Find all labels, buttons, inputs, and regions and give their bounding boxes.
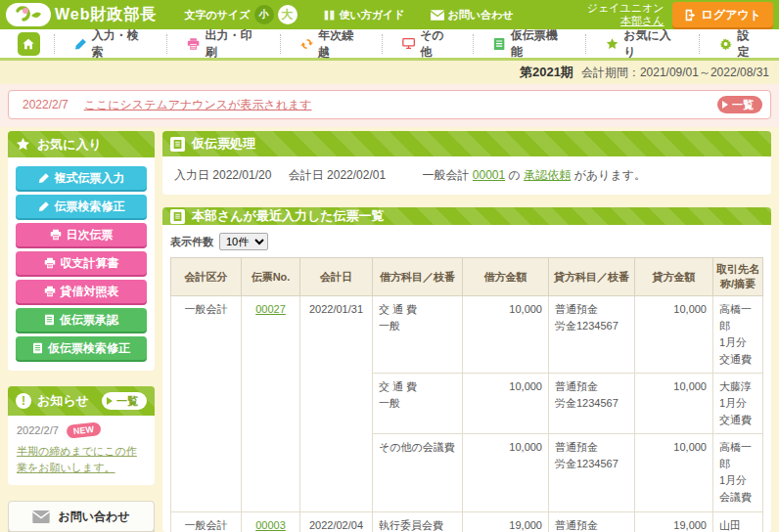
fav-button-karidenpyo-shonin[interactable]: 仮伝票承認 bbox=[16, 308, 147, 332]
font-small-button[interactable]: 小 bbox=[254, 5, 274, 24]
announcement-date: 2022/2/7 bbox=[23, 98, 69, 111]
printer-icon bbox=[187, 37, 200, 51]
document-icon bbox=[170, 209, 185, 224]
document-icon bbox=[170, 137, 185, 152]
printer-icon bbox=[44, 257, 56, 269]
page: Web財政部長 文字のサイズ 小 大 使い方ガイド お問い合わせ ジェイユニオン… bbox=[0, 0, 779, 532]
content-area: 仮伝票処理 入力日 2022/01/20 会計日 2022/02/01 一般会計… bbox=[162, 131, 771, 532]
count-select[interactable]: 10件 bbox=[219, 233, 268, 250]
slips-table: 会計区分 伝票No. 会計日 借方科目／枝番 借方金額 貸方科目／枝番 貸方金額… bbox=[170, 257, 763, 532]
arrow-icon bbox=[722, 101, 728, 109]
period-term: 第2021期 bbox=[520, 64, 573, 81]
star-icon bbox=[16, 137, 30, 152]
fav-button-nichiji-denpyo[interactable]: 日次伝票 bbox=[16, 223, 147, 246]
star-icon bbox=[606, 37, 619, 51]
slip-group-1: 一般会計 00027 2022/01/31 交 通 費一般 10,000 普通預… bbox=[171, 296, 763, 512]
home-icon bbox=[22, 37, 35, 51]
favorites-panel: お気に入り 複式伝票入力 伝票検索修正 日次伝票 bbox=[8, 131, 155, 371]
nav-item-output-print[interactable]: 出力・印刷 bbox=[166, 34, 280, 54]
input-date-label: 入力日 bbox=[174, 168, 209, 182]
pencil-icon bbox=[38, 172, 50, 184]
temp-slip-panel: 仮伝票処理 入力日 2022/01/20 会計日 2022/02/01 一般会計… bbox=[162, 131, 771, 195]
app-title: Web財政部長 bbox=[55, 5, 157, 25]
refresh-icon bbox=[300, 37, 313, 51]
mail-icon bbox=[32, 510, 50, 523]
nav-item-temp-slip[interactable]: 仮伝票機能 bbox=[473, 34, 585, 54]
fav-button-taishaku-taishohyo[interactable]: 貸借対照表 bbox=[16, 280, 147, 303]
fav-button-karidenpyo-kensaku-shusei[interactable]: 仮伝票検索修正 bbox=[16, 336, 147, 360]
nav-item-settings[interactable]: 設定 bbox=[699, 34, 779, 54]
logout-icon bbox=[684, 9, 697, 22]
guide-icon bbox=[323, 9, 336, 22]
guide-link[interactable]: 使い方ガイド bbox=[323, 8, 405, 22]
notice-date: 2022/2/7 bbox=[17, 424, 59, 436]
app-logo-icon bbox=[6, 3, 51, 26]
account-date-label: 会計日 bbox=[289, 168, 324, 182]
table-header-row: 会計区分 伝票No. 会計日 借方科目／枝番 借方金額 貸方科目／枝番 貸方金額… bbox=[171, 258, 763, 296]
recent-slips-body: 表示件数 10件 会計区分 伝票No. bbox=[162, 225, 771, 532]
recent-slips-header: 本部さんが最近入力した伝票一覧 bbox=[162, 207, 771, 225]
notices-list-button[interactable]: 一覧 bbox=[102, 392, 147, 410]
account-date-value: 2022/02/01 bbox=[327, 168, 386, 182]
period-range: 会計期間：2021/09/01～2022/08/31 bbox=[581, 65, 769, 81]
approval-request-link[interactable]: 承認依頼 bbox=[524, 168, 571, 182]
announcement-list-button[interactable]: 一覧 bbox=[717, 96, 762, 113]
slip-no-link[interactable]: 00001 bbox=[473, 168, 505, 182]
table-row: 一般会計 00003 2022/02/04 執行委員会費交通費 19,000 普… bbox=[171, 511, 763, 532]
contact-button[interactable]: お問い合わせ bbox=[8, 501, 155, 532]
font-large-button[interactable]: 大 bbox=[278, 5, 298, 24]
account-name: 一般会計 bbox=[423, 168, 470, 182]
nav-item-favorites[interactable]: お気に入り bbox=[585, 34, 699, 54]
pencil-icon bbox=[38, 200, 50, 212]
gear-icon bbox=[719, 37, 732, 51]
contact-link[interactable]: お問い合わせ bbox=[431, 8, 514, 22]
announcement-box: 2022/2/7 ここにシステムアナウンスが表示されます 一覧 bbox=[8, 90, 771, 119]
temp-slip-header: 仮伝票処理 bbox=[162, 131, 771, 156]
nav-item-others[interactable]: その他 bbox=[382, 34, 473, 54]
document-icon bbox=[44, 314, 55, 326]
table-row: 一般会計 00027 2022/01/31 交 通 費一般 10,000 普通預… bbox=[171, 296, 763, 374]
exclamation-icon: ! bbox=[16, 393, 31, 409]
nav-item-input-search[interactable]: 入力・検索 bbox=[54, 34, 167, 54]
org-name: ジェイユニオン bbox=[587, 2, 664, 15]
nav-item-year-carryover[interactable]: 年次繰越 bbox=[280, 34, 382, 54]
app-logo[interactable]: Web財政部長 bbox=[6, 3, 157, 26]
logout-button[interactable]: ログアウト bbox=[672, 2, 773, 27]
document-icon bbox=[32, 342, 43, 354]
printer-icon bbox=[50, 229, 62, 241]
mail-icon bbox=[431, 10, 444, 21]
user-name-link[interactable]: 本部さん bbox=[620, 15, 664, 26]
fav-button-fukushiki-denpyo-nyuryoku[interactable]: 複式伝票入力 bbox=[16, 166, 147, 190]
user-info: ジェイユニオン 本部さん bbox=[587, 2, 664, 27]
pencil-icon bbox=[74, 37, 87, 51]
monitor-icon bbox=[402, 37, 415, 50]
temp-slip-body: 入力日 2022/01/20 会計日 2022/02/01 一般会計 00001… bbox=[162, 156, 771, 195]
favorites-header: お気に入り bbox=[8, 131, 155, 157]
count-label: 表示件数 bbox=[170, 235, 213, 249]
recent-slips-panel: 本部さんが最近入力した伝票一覧 表示件数 10件 bbox=[162, 207, 771, 532]
sidebar: お気に入り 複式伝票入力 伝票検索修正 日次伝票 bbox=[8, 131, 155, 532]
announcement-band: 2022/2/7 ここにシステムアナウンスが表示されます 一覧 bbox=[0, 84, 779, 127]
home-button[interactable] bbox=[18, 32, 40, 56]
notices-header: ! お知らせ 一覧 bbox=[8, 386, 155, 416]
document-icon bbox=[493, 37, 505, 51]
input-date-value: 2022/01/20 bbox=[212, 168, 271, 182]
notices-panel: ! お知らせ 一覧 2022/2/7 NEW 半期の締めまでにこの作業をお願いし… bbox=[8, 386, 155, 485]
notice-message-link[interactable]: 半期の締めまでにこの作業をお願いします。 bbox=[17, 443, 146, 475]
printer-icon bbox=[44, 286, 56, 297]
font-size-control: 文字のサイズ 小 大 bbox=[184, 5, 297, 24]
fav-button-denpyo-kensaku-shusei[interactable]: 伝票検索修正 bbox=[16, 195, 147, 218]
favorites-body: 複式伝票入力 伝票検索修正 日次伝票 収支計算書 bbox=[8, 157, 155, 371]
notices-body: 2022/2/7 NEW 半期の締めまでにこの作業をお願いします。 bbox=[8, 416, 155, 485]
announcement-link[interactable]: ここにシステムアナウンスが表示されます bbox=[84, 97, 312, 113]
new-badge: NEW bbox=[66, 421, 101, 439]
main-area: お気に入り 複式伝票入力 伝票検索修正 日次伝票 bbox=[0, 127, 779, 532]
top-header: Web財政部長 文字のサイズ 小 大 使い方ガイド お問い合わせ ジェイユニオン… bbox=[0, 0, 779, 29]
font-size-label: 文字のサイズ bbox=[184, 8, 250, 22]
main-nav: 入力・検索 出力・印刷 年次繰越 その他 仮伝票機能 お気に入り 設定 bbox=[0, 29, 779, 61]
period-bar: 第2021期 会計期間：2021/09/01～2022/08/31 bbox=[0, 61, 779, 84]
fav-button-shushi-keisansho[interactable]: 収支計算書 bbox=[16, 251, 147, 275]
slip-no-link[interactable]: 00003 bbox=[255, 519, 286, 531]
slip-group-2: 一般会計 00003 2022/02/04 執行委員会費交通費 19,000 普… bbox=[171, 511, 763, 532]
slip-no-link[interactable]: 00027 bbox=[255, 303, 286, 315]
